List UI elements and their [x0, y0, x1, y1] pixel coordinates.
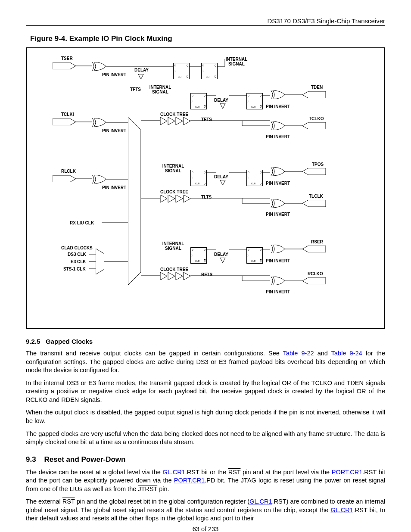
label-internal-signal-4: INTERNAL SIGNAL — [160, 241, 186, 251]
label-delay: DELAY — [134, 68, 149, 72]
link-portcr1-a[interactable]: PORT.CR1 — [332, 469, 362, 476]
clad-mux — [96, 249, 104, 274]
label-internal-signal-3: INTERNAL SIGNAL — [160, 164, 186, 173]
label-clock-tree: CLOCK TREE — [160, 112, 188, 117]
pin-tden — [302, 91, 326, 98]
svg-marker-8 — [176, 117, 183, 125]
label-tser: TSER — [61, 56, 73, 61]
xor-gate — [91, 62, 106, 71]
delay-buffer-4 — [218, 258, 227, 266]
delay-buffer-3 — [218, 180, 227, 189]
section-925-num: 9.2.5 — [26, 338, 40, 345]
link-table-9-22[interactable]: Table 9-22 — [283, 350, 314, 357]
flipflop-2: DQQCLR — [201, 63, 218, 79]
xor-gate-rclko — [270, 277, 285, 285]
link-glcr1-a[interactable]: GL.CR1 — [162, 469, 185, 476]
wiring-overlay — [27, 48, 384, 328]
para-925-3: When the output clock is disabled, the g… — [26, 408, 385, 425]
pin-tclko — [302, 122, 326, 129]
section-925-heading: 9.2.5 Gapped Clocks — [26, 338, 385, 345]
svg-marker-5 — [138, 74, 143, 79]
label-tclki: TCLKI — [61, 112, 74, 117]
para-925-1: The transmit and receive output clocks c… — [26, 349, 385, 375]
svg-marker-20 — [220, 258, 225, 263]
xor-gate-rser — [270, 245, 285, 253]
big-mux — [128, 117, 141, 285]
svg-marker-23 — [168, 272, 175, 280]
section-925-title: Gapped Clocks — [46, 338, 93, 345]
label-tfts-2: TFTS — [201, 117, 212, 122]
flipflop-4: DQQCLR — [246, 93, 263, 109]
label-pin-invert: PIN INVERT — [102, 72, 126, 77]
rst-overline-2: RST — [62, 498, 75, 505]
label-delay-4: DELAY — [214, 252, 228, 257]
svg-marker-26 — [302, 277, 326, 284]
label-pin-invert-r6: PIN INVERT — [266, 289, 290, 294]
delay-buffer — [137, 74, 145, 86]
svg-marker-10 — [220, 103, 225, 109]
page-footer: 63 of 233 — [26, 526, 385, 532]
label-pin-invert-r2: PIN INVERT — [266, 134, 290, 139]
label-delay-3: DELAY — [214, 174, 228, 179]
svg-marker-25 — [184, 272, 190, 280]
link-glcr1-c[interactable]: GL.CR1 — [330, 507, 353, 513]
section-93-num: 9.3 — [26, 455, 36, 464]
label-pin-invert-r4: PIN INVERT — [266, 212, 290, 217]
svg-marker-15 — [160, 195, 167, 202]
xor-gate-tlclk — [270, 199, 285, 208]
label-ds3-clk: DS3 CLK — [68, 252, 86, 257]
label-tlts: TLTS — [201, 195, 212, 199]
section-93-title: Reset and Power-Down — [44, 455, 126, 464]
label-rlclk: RLCLK — [61, 169, 76, 174]
para-93-2: The external RST pin and the global rese… — [26, 498, 385, 523]
label-rser: RSER — [311, 240, 323, 244]
svg-marker-14 — [302, 168, 326, 175]
page-header: DS3170 DS3/E3 Single-Chip Transceiver — [26, 17, 385, 26]
svg-marker-21 — [302, 246, 326, 252]
delay-buffer-2 — [218, 103, 227, 112]
svg-marker-17 — [176, 195, 183, 202]
flipflop-6: DQQCLR — [246, 170, 263, 186]
label-rfts: RFTS — [201, 272, 212, 277]
svg-marker-2 — [53, 175, 76, 182]
pin-tser — [53, 62, 76, 69]
xor-gate-tpos — [270, 167, 285, 176]
label-internal-signal: INTERNAL SIGNAL — [147, 85, 173, 94]
label-tpos: TPOS — [312, 162, 324, 167]
svg-marker-13 — [220, 180, 225, 185]
svg-marker-6 — [160, 117, 167, 125]
label-pin-invert-2: PIN INVERT — [102, 128, 126, 133]
svg-marker-0 — [53, 62, 76, 69]
xor-gate-2 — [91, 118, 106, 127]
rst-overline: RST — [228, 469, 241, 476]
svg-marker-24 — [176, 272, 183, 280]
figure-diagram: TSER TCLKI RLCLK RX LIU CLK CLAD CLOCKS … — [26, 47, 385, 329]
clock-tree-buffers — [160, 117, 195, 125]
label-pin-invert-r5: PIN INVERT — [266, 258, 290, 263]
para-925-4: The gapped clocks are very useful when t… — [26, 430, 385, 447]
link-glcr1-b[interactable]: GL.CR1 — [249, 498, 272, 505]
svg-marker-19 — [302, 200, 326, 207]
svg-marker-1 — [53, 118, 76, 125]
label-internal-signal-2: INTERNAL SIGNAL — [224, 57, 249, 66]
link-table-9-24[interactable]: Table 9-24 — [331, 350, 362, 357]
link-portcr1-b[interactable]: PORT.CR1 — [174, 477, 205, 484]
label-delay-2: DELAY — [214, 98, 228, 103]
label-clad-clocks: CLAD CLOCKS — [61, 246, 93, 250]
svg-marker-11 — [302, 91, 326, 98]
label-sts1-clk: STS-1 CLK — [63, 267, 86, 271]
pin-tclki — [53, 118, 76, 125]
svg-marker-22 — [160, 272, 167, 280]
pin-tlclk — [302, 200, 326, 207]
label-e3-clk: E3 CLK — [71, 259, 86, 264]
xor-gate-tden — [270, 90, 285, 99]
label-pin-invert-3: PIN INVERT — [102, 185, 126, 190]
label-clock-tree-3: CLOCK TREE — [160, 267, 188, 272]
flipflop-8: DQQCLR — [246, 247, 263, 264]
label-tfts: TFTS — [130, 87, 141, 92]
pin-rclko — [302, 277, 326, 284]
label-clock-tree-2: CLOCK TREE — [160, 190, 188, 194]
clock-tree-buffers-2 — [160, 195, 195, 202]
label-pin-invert-r3: PIN INVERT — [266, 181, 290, 186]
svg-marker-9 — [184, 117, 190, 125]
